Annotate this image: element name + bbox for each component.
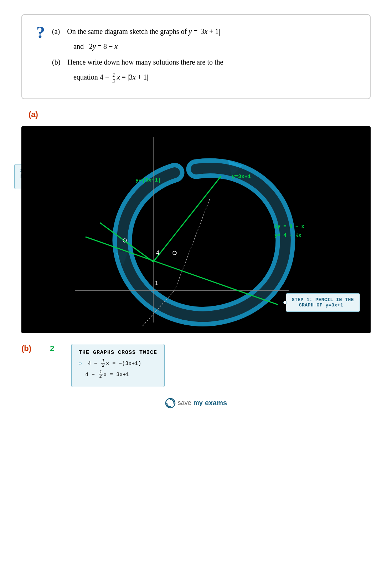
part-a-label: (a) [29, 110, 392, 119]
footer-my-text: my [194, 399, 203, 407]
cross-twice-text: THE GRAPHS CROSS TWICE [79, 350, 157, 356]
solution-eq1: 4 − 12x = −(3x+1) [79, 359, 157, 368]
part-b-eq: equation 4 − 12x = |3x + 1| [73, 71, 356, 84]
part-b-section: (b) 2 THE GRAPHS CROSS TWICE 4 − 12x = −… [21, 344, 371, 387]
question-icon: ? [36, 24, 45, 41]
label-4: 4 [156, 250, 159, 256]
blue-swirl [116, 160, 285, 316]
line-2y [86, 237, 278, 305]
part-a-question: (a) On the same diagram sketch the graph… [52, 26, 356, 37]
question-box: ? (a) On the same diagram sketch the gra… [21, 14, 371, 99]
label-abs-graph: y=|3x+1| [135, 177, 161, 183]
question-content: (a) On the same diagram sketch the graph… [52, 26, 356, 88]
part-a-eq2: and 2y = 8 − x [73, 41, 356, 52]
footer-logo: savemyexams [165, 398, 227, 408]
part-b-answer: 2 [50, 344, 61, 353]
label-1: 1 [155, 280, 158, 286]
step1-box: STEP 1: PENCIL IN THE GRAPH OF y=3x+1 [286, 293, 360, 312]
abs-right-arm [153, 176, 221, 262]
part-b-question: (b) Hence write down how many solutions … [52, 56, 356, 68]
footer-icon [165, 398, 176, 408]
dot-icon [79, 362, 82, 365]
footer-save-text: save [178, 399, 191, 407]
graph-area: 4 1 y=|3x+1| y=3x+1 2y = 8 − x y= 4 − ½x… [21, 126, 371, 333]
label-2y-eq: 2y = 8 − x [274, 224, 305, 229]
footer-exams-text: exams [205, 399, 227, 407]
label-y4-eq: y= 4 − ½x [274, 233, 301, 238]
footer: savemyexams [0, 398, 392, 408]
part-b-label: (b) [21, 344, 39, 353]
intersection-2 [173, 251, 176, 255]
label-3x1: y=3x+1 [232, 174, 251, 180]
solution-eq2: 4 − 12x = 3x+1 [79, 370, 157, 379]
solution-box: THE GRAPHS CROSS TWICE 4 − 12x = −(3x+1)… [71, 344, 165, 387]
